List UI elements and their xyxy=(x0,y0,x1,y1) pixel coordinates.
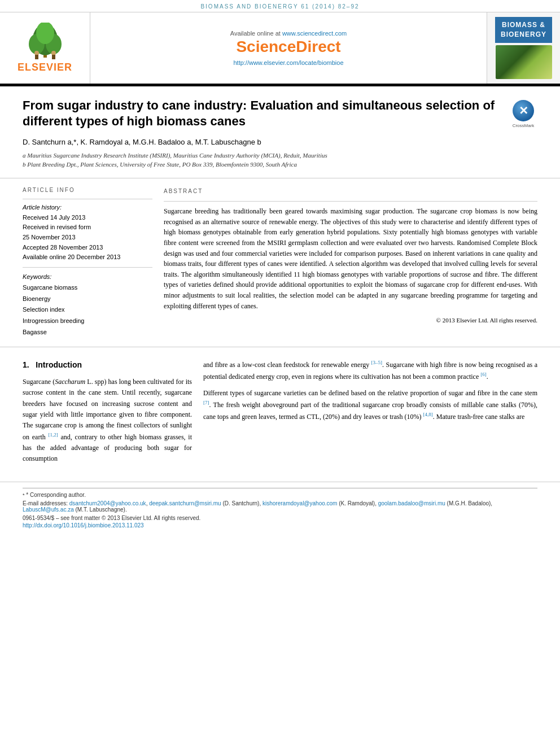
email-ramdoyal[interactable]: kishoreramdoyal@yahoo.com xyxy=(262,500,337,506)
svg-point-5 xyxy=(34,51,39,55)
journal-logo-right: BIOMASS & BIOENERGY xyxy=(487,12,560,84)
logo-banner: ELSEVIER Available online at www.science… xyxy=(0,12,560,85)
svg-point-6 xyxy=(51,51,56,55)
abstract-text: Sugarcane breeding has traditionally bee… xyxy=(164,206,537,311)
affiliation-a: a Mauritius Sugarcane Industry Research … xyxy=(23,151,498,160)
intro-para-right-2: Different types of sugarcane varieties c… xyxy=(203,388,537,423)
svg-rect-7 xyxy=(35,55,38,59)
footer-section: * * Corresponding author. E-mail address… xyxy=(0,482,560,534)
crossmark-icon: ✕ xyxy=(519,105,528,116)
crossmark-label: CrossMark xyxy=(513,123,535,128)
history-label: Article history: xyxy=(23,204,152,211)
article-title-text: From sugar industry to cane industry: Ev… xyxy=(23,98,498,169)
received-revised-label: Received in revised form xyxy=(23,222,152,233)
article-history: Article history: Received 14 July 2013 R… xyxy=(23,204,152,263)
corresponding-author-label: * * Corresponding author. xyxy=(23,492,537,498)
biomass-logo-box: BIOMASS & BIOENERGY xyxy=(495,17,552,43)
abstract-header: ABSTRACT xyxy=(164,187,537,196)
elsevier-tree-icon xyxy=(20,23,71,59)
svg-rect-8 xyxy=(52,55,55,59)
journal-url-link[interactable]: http://www.elsevier.com/locate/biombioe xyxy=(233,59,343,66)
email-addresses: E-mail addresses: dsantchurn2004@yahoo.c… xyxy=(23,500,537,513)
article-title-section: From sugar industry to cane industry: Ev… xyxy=(0,86,560,178)
license-text: 0961-9534/$ – see front matter © 2013 El… xyxy=(23,515,537,521)
copyright-line: © 2013 Elsevier Ltd. All rights reserved… xyxy=(164,316,537,325)
info-divider-top xyxy=(23,199,152,199)
left-body-col: 1. Introduction Sugarcane (Saccharum L. … xyxy=(23,359,192,470)
authors: D. Santchurn a,*, K. Ramdoyal a, M.G.H. … xyxy=(23,138,498,146)
keyword-sugarcane-biomass: Sugarcane biomass xyxy=(23,282,152,294)
email-santchurn-msiri[interactable]: deepak.santchurn@msiri.mu xyxy=(149,500,221,506)
email-badaloo[interactable]: goolam.badaloo@msiri.mu xyxy=(378,500,445,506)
journal-header: BIOMASS AND BIOENERGY 61 (2014) 82–92 xyxy=(0,0,560,12)
sciencedirect-url[interactable]: www.sciencedirect.com xyxy=(282,30,347,37)
doi-anchor[interactable]: http://dx.doi.org/10.1016/j.biombioe.201… xyxy=(23,522,144,528)
keyword-bioenergy: Bioenergy xyxy=(23,294,152,305)
section-num: 1. xyxy=(23,360,29,369)
section-title-text: Introduction xyxy=(36,360,82,369)
keyword-bagasse: Bagasse xyxy=(23,327,152,338)
intro-section-title: 1. Introduction xyxy=(23,359,192,371)
keyword-selection-index: Selection index xyxy=(23,304,152,316)
keywords-section: Keywords: Sugarcane biomass Bioenergy Se… xyxy=(23,273,152,338)
right-body-col: and fibre as a low-cost clean feedstock … xyxy=(203,359,537,470)
elsevier-logo: ELSEVIER xyxy=(0,12,90,84)
center-banner: Available online at www.sciencedirect.co… xyxy=(90,12,487,84)
email-labuschagne[interactable]: LabuscM@ufs.ac.za xyxy=(23,506,74,513)
keywords-label: Keywords: xyxy=(23,273,152,280)
journal-cover-image xyxy=(496,45,552,79)
article-info-col: ARTICLE INFO Article history: Received 1… xyxy=(23,187,152,338)
abstract-col: ABSTRACT Sugarcane breeding has traditio… xyxy=(164,187,537,338)
abstract-divider xyxy=(164,201,537,202)
info-divider-mid xyxy=(23,267,152,268)
crossmark-badge: ✕ CrossMark xyxy=(509,98,537,128)
doi-link: http://dx.doi.org/10.1016/j.biombioe.201… xyxy=(23,522,537,528)
intro-para-right-1: and fibre as a low-cost clean feedstock … xyxy=(203,359,537,382)
intro-para-left: Sugarcane (Saccharum L. spp) has long be… xyxy=(23,377,192,465)
available-online-date: Available online 20 December 2013 xyxy=(23,252,152,263)
accepted-date: Accepted 28 November 2013 xyxy=(23,243,152,253)
article-main-title: From sugar industry to cane industry: Ev… xyxy=(23,98,498,130)
elsevier-wordmark: ELSEVIER xyxy=(18,62,72,73)
journal-url: http://www.elsevier.com/locate/biombioe xyxy=(233,59,343,66)
revised-date: 25 November 2013 xyxy=(23,233,152,243)
sciencedirect-logo: ScienceDirect xyxy=(236,38,340,56)
affiliations: a Mauritius Sugarcane Industry Research … xyxy=(23,151,498,169)
received-date: Received 14 July 2013 xyxy=(23,213,152,223)
article-info-header: ARTICLE INFO xyxy=(23,187,152,193)
email-santchurn-yahoo[interactable]: dsantchurn2004@yahoo.co.uk xyxy=(69,500,146,506)
keyword-introgression: Introgression breeding xyxy=(23,316,152,327)
main-body: 1. Introduction Sugarcane (Saccharum L. … xyxy=(0,347,560,482)
available-online-text: Available online at www.sciencedirect.co… xyxy=(230,30,347,37)
article-info-abstract-section: ARTICLE INFO Article history: Received 1… xyxy=(0,178,560,347)
affiliation-b: b Plant Breeding Dpt., Plant Sciences, U… xyxy=(23,160,498,169)
crossmark-circle: ✕ xyxy=(513,100,534,121)
